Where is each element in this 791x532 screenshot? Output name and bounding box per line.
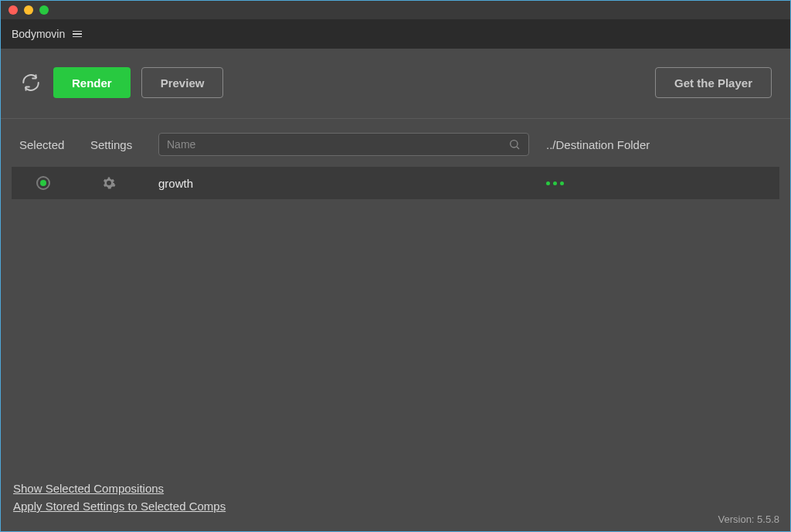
apply-stored-link[interactable]: Apply Stored Settings to Selected Comps xyxy=(13,500,226,513)
app-title: Bodymovin xyxy=(12,28,65,40)
column-destination: ../Destination Folder xyxy=(529,138,772,151)
name-search[interactable] xyxy=(158,133,529,156)
list-header: Selected Settings ../Destination Folder xyxy=(1,119,790,167)
preview-button[interactable]: Preview xyxy=(141,67,224,98)
selected-dot-icon xyxy=(40,180,46,186)
svg-line-1 xyxy=(517,147,519,149)
row-name: growth xyxy=(158,177,529,190)
search-icon xyxy=(508,138,521,151)
column-selected: Selected xyxy=(19,138,90,151)
version-label: Version: 5.5.8 xyxy=(718,513,780,525)
column-name xyxy=(158,133,529,156)
svg-point-0 xyxy=(511,141,518,147)
search-input[interactable] xyxy=(167,138,508,151)
app-bar: Bodymovin xyxy=(1,19,790,49)
destination-picker-icon[interactable] xyxy=(546,181,564,185)
render-button[interactable]: Render xyxy=(53,67,131,98)
column-settings: Settings xyxy=(90,138,158,151)
gear-icon[interactable] xyxy=(102,176,116,190)
toolbar: Render Preview Get the Player xyxy=(1,49,790,119)
get-player-button[interactable]: Get the Player xyxy=(655,67,772,98)
composition-row: growth xyxy=(12,167,779,199)
minimize-icon[interactable] xyxy=(24,5,33,15)
menu-icon[interactable] xyxy=(73,31,82,38)
show-selected-link[interactable]: Show Selected Compositions xyxy=(13,482,226,495)
footer-links: Show Selected Compositions Apply Stored … xyxy=(13,482,226,513)
refresh-icon[interactable] xyxy=(19,71,42,94)
window-titlebar xyxy=(1,1,790,19)
maximize-icon[interactable] xyxy=(39,5,49,15)
row-selected-toggle[interactable] xyxy=(36,176,50,190)
bodymovin-window: Bodymovin Render Preview Get the Player … xyxy=(0,0,791,532)
close-icon[interactable] xyxy=(8,5,18,15)
